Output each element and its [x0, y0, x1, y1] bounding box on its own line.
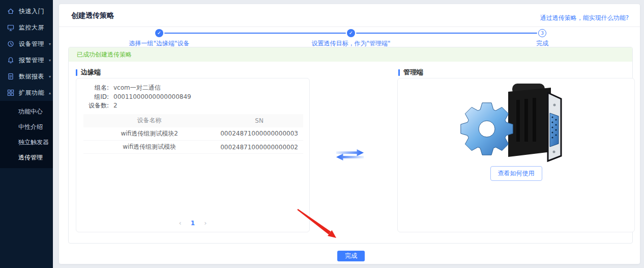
- sidebar-item-label: 数据报表: [19, 72, 44, 81]
- apps-icon: [7, 89, 14, 96]
- pagination-page-1[interactable]: 1: [191, 220, 195, 227]
- cell-device-name: wifi透传组测试模块2: [83, 127, 215, 141]
- sidebar-subitem-passthrough-management[interactable]: 透传管理: [0, 150, 53, 165]
- column-header-sn: SN: [215, 114, 303, 127]
- section-accent-bar: [76, 69, 77, 76]
- main-content-card: 创建透传策略 通过透传策略，能实现什么功能? ✓ ✓ 3 选择一组"边缘端"设备…: [59, 4, 640, 264]
- cell-device-sn: 00024871000000000002: [215, 141, 303, 154]
- sidebar-subitem-function-center[interactable]: 功能中心: [0, 104, 53, 119]
- pagination-next-icon[interactable]: ›: [204, 219, 207, 227]
- field-device-count: 设备数: 2: [83, 101, 309, 111]
- cell-device-name: wifi透传组测试模块: [83, 141, 215, 154]
- device-table: 设备名称 SN wifi透传组测试模块2 0002487100000000000…: [83, 114, 303, 154]
- success-banner: 已成功创建透传策略: [69, 47, 632, 62]
- device-icon: [7, 40, 14, 47]
- group-info-fields: 组名: vcom一对二通信 组ID: 00011000000000000849 …: [76, 78, 309, 111]
- page-title: 创建透传策略: [71, 11, 114, 20]
- sidebar-subitem-independent-trigger[interactable]: 独立触发器: [0, 135, 53, 150]
- sidebar-item-label: 扩展功能: [19, 89, 44, 97]
- sidebar-item-extensions[interactable]: 扩展功能 ▴: [0, 85, 53, 101]
- table-row: wifi透传组测试模块 00024871000000000002: [83, 141, 303, 154]
- chevron-down-icon: ▾: [49, 58, 51, 63]
- gear-serial-connector-illustration: [451, 81, 568, 162]
- sidebar-item-label: 快速入门: [19, 7, 44, 16]
- sidebar-item-label: 监控大屏: [19, 23, 44, 32]
- sidebar-item-device-management[interactable]: 设备管理 ▾: [0, 36, 53, 52]
- finish-button[interactable]: 完成: [337, 251, 365, 261]
- edge-section-title: 边缘端: [76, 68, 101, 77]
- sidebar-submenu-extensions: 功能中心 中性介绍 独立触发器 透传管理: [0, 101, 53, 168]
- sidebar-item-quickstart[interactable]: 快速入门: [0, 3, 53, 19]
- chevron-up-icon: ▴: [49, 91, 51, 95]
- pagination-prev-icon[interactable]: ‹: [179, 219, 182, 227]
- field-group-name: 组名: vcom一对二通信: [83, 84, 309, 93]
- sidebar-subitem-feature-intro[interactable]: 中性介绍: [0, 119, 53, 135]
- step-connector: [356, 33, 537, 34]
- field-group-id: 组ID: 00011000000000000849: [83, 93, 309, 102]
- step-3-number: 3: [538, 29, 546, 37]
- table-row: wifi透传组测试模块2 00024871000000000003: [83, 127, 303, 141]
- sidebar: 快速入门 监控大屏 设备管理 ▾ 报警管理 ▾ 数据报表 ▾ 扩展功能 ▴ 功能…: [0, 0, 53, 268]
- step-1-check-icon: ✓: [155, 29, 163, 37]
- pagination: ‹ 1 ›: [76, 219, 309, 227]
- home-icon: [7, 8, 14, 15]
- step-connector: [164, 33, 346, 34]
- report-icon: [7, 73, 14, 80]
- manage-section-title: 管理端: [398, 68, 423, 77]
- chevron-down-icon: ▾: [49, 42, 51, 46]
- view-usage-button[interactable]: 查看如何使用: [490, 166, 542, 181]
- alarm-icon: [7, 57, 14, 64]
- manage-endpoint-card: 查看如何使用: [397, 78, 635, 232]
- step-2-check-icon: ✓: [347, 29, 355, 37]
- help-link[interactable]: 通过透传策略，能实现什么功能?: [540, 14, 629, 22]
- column-header-device-name: 设备名称: [83, 114, 215, 127]
- bidirectional-transfer-icon: [335, 147, 365, 163]
- sidebar-item-monitor-screen[interactable]: 监控大屏: [0, 19, 53, 36]
- section-accent-bar: [398, 69, 400, 76]
- result-panel: 已成功创建透传策略 边缘端 管理端 组名: vcom一对二通信 组ID: 000…: [68, 47, 633, 244]
- sidebar-item-data-reports[interactable]: 数据报表 ▾: [0, 68, 53, 85]
- sidebar-item-label: 报警管理: [19, 56, 44, 65]
- monitor-icon: [7, 24, 14, 31]
- chevron-down-icon: ▾: [49, 74, 51, 79]
- cell-device-sn: 00024871000000000003: [215, 127, 303, 141]
- sidebar-item-label: 设备管理: [19, 40, 44, 48]
- sidebar-item-alarm-management[interactable]: 报警管理 ▾: [0, 52, 53, 68]
- title-divider: [59, 26, 640, 27]
- edge-group-card: 组名: vcom一对二通信 组ID: 00011000000000000849 …: [76, 78, 310, 232]
